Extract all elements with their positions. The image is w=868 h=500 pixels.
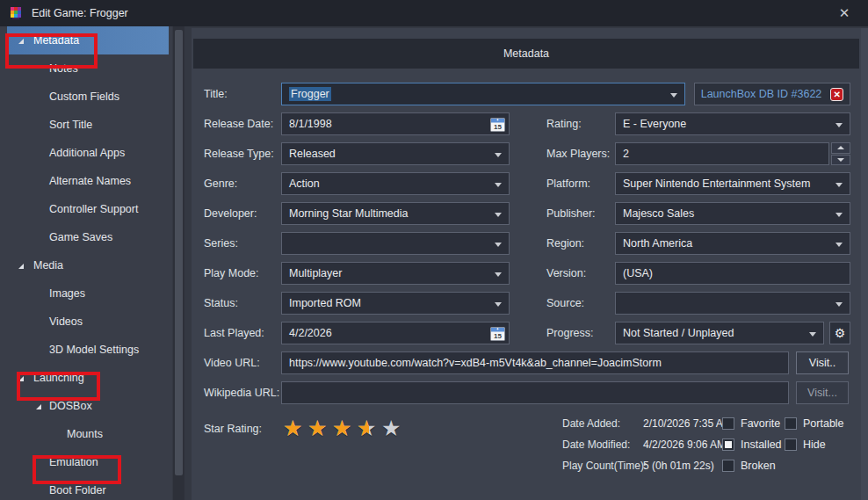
release-type-label: Release Type: bbox=[204, 148, 281, 160]
star-icon[interactable]: ★★ bbox=[381, 417, 405, 440]
publisher-select[interactable]: Majesco Sales bbox=[615, 202, 850, 225]
star-icon[interactable]: ★★ bbox=[357, 417, 380, 440]
remove-db-id-icon[interactable]: ✕ bbox=[830, 88, 843, 101]
sidebar-item-custom-fields[interactable]: Custom Fields bbox=[7, 83, 169, 111]
scrollbar-thumb[interactable] bbox=[175, 30, 183, 475]
developer-value: Morning Star Multimedia bbox=[289, 207, 408, 220]
sidebar-item-label: Controller Support bbox=[49, 203, 138, 215]
sidebar-item-additional-apps[interactable]: Additional Apps bbox=[7, 139, 169, 167]
region-select[interactable]: North America bbox=[615, 232, 850, 255]
form-row: Status: Imported ROM Source: bbox=[192, 288, 861, 318]
dropdown-arrow-icon[interactable] bbox=[495, 302, 502, 307]
sidebar-item-media[interactable]: Media bbox=[7, 251, 169, 279]
star-icon[interactable]: ★★ bbox=[283, 417, 307, 440]
sidebar-item-videos[interactable]: Videos bbox=[7, 308, 169, 336]
sidebar-item-launching[interactable]: Launching bbox=[7, 364, 169, 392]
progress-select[interactable]: Not Started / Unplayed bbox=[615, 322, 824, 344]
installed-checkbox[interactable]: Installed bbox=[722, 434, 782, 455]
progress-settings-button[interactable]: ⚙ bbox=[829, 322, 850, 344]
bottom-section: Star Rating: ★★ ★★ ★★ ★★ ★★ Date Added: … bbox=[192, 413, 861, 500]
title-value: Frogger bbox=[289, 87, 331, 101]
star-icon[interactable]: ★★ bbox=[332, 417, 356, 440]
dropdown-arrow-icon[interactable] bbox=[835, 243, 843, 247]
platform-select[interactable]: Super Nintendo Entertainment System bbox=[615, 172, 850, 195]
play-mode-select[interactable]: Multiplayer bbox=[281, 262, 510, 285]
sidebar-item-label: Additional Apps bbox=[49, 147, 125, 159]
favorite-checkbox[interactable]: Favorite bbox=[722, 413, 782, 434]
sidebar-item-label: Notes bbox=[49, 62, 78, 75]
dropdown-arrow-icon[interactable] bbox=[495, 213, 502, 217]
dropdown-arrow-icon[interactable] bbox=[495, 153, 502, 157]
form-row: Release Date: 8/1/1998 15 Rating: E - Ev… bbox=[192, 109, 861, 139]
sidebar-item-emulation[interactable]: Emulation bbox=[7, 448, 169, 476]
close-icon[interactable]: ✕ bbox=[835, 4, 854, 22]
stepper-down-button[interactable] bbox=[831, 155, 850, 166]
dropdown-arrow-icon[interactable] bbox=[809, 332, 816, 337]
calendar-icon[interactable]: 15 bbox=[490, 117, 505, 132]
dropdown-arrow-icon[interactable] bbox=[835, 213, 843, 217]
sidebar-item-notes[interactable]: Notes bbox=[7, 54, 169, 83]
info-row: Date Added: 2/10/2026 7:35 AM bbox=[562, 413, 732, 434]
star-icon[interactable]: ★★ bbox=[307, 417, 331, 440]
rating-select[interactable]: E - Everyone bbox=[615, 112, 850, 135]
genre-select[interactable]: Action bbox=[281, 172, 510, 195]
sidebar-item-3d-model-settings[interactable]: 3D Model Settings bbox=[7, 336, 169, 364]
expander-icon[interactable] bbox=[18, 376, 24, 381]
form-row: Wikipedia URL: Visit... bbox=[192, 378, 861, 408]
max-players-input[interactable]: 2 bbox=[615, 142, 829, 165]
release-type-select[interactable]: Released bbox=[281, 142, 510, 165]
source-select[interactable] bbox=[615, 292, 850, 315]
dropdown-arrow-icon[interactable] bbox=[835, 183, 843, 187]
dropdown-arrow-icon[interactable] bbox=[495, 243, 502, 247]
dropdown-arrow-icon[interactable] bbox=[495, 183, 502, 187]
calendar-icon[interactable]: 15 bbox=[490, 326, 505, 341]
sidebar-scrollbar[interactable] bbox=[173, 26, 184, 500]
genre-label: Genre: bbox=[204, 178, 281, 190]
launchbox-db-id-button[interactable]: LaunchBox DB ID #3622 ✕ bbox=[694, 83, 850, 105]
version-input[interactable]: (USA) bbox=[615, 262, 850, 285]
video-url-label: Video URL: bbox=[204, 357, 281, 369]
info-row: Date Modified: 4/2/2026 9:06 AM bbox=[562, 434, 732, 455]
expander-icon[interactable] bbox=[36, 404, 41, 409]
metadata-form: Title: Frogger LaunchBox DB ID #3622 ✕ R… bbox=[192, 79, 861, 408]
series-select[interactable] bbox=[281, 232, 510, 255]
status-select[interactable]: Imported ROM bbox=[281, 292, 510, 315]
hide-checkbox[interactable]: Hide bbox=[785, 434, 844, 455]
sidebar-item-game-saves[interactable]: Game Saves bbox=[7, 223, 169, 251]
last-played-input[interactable]: 4/2/2026 15 bbox=[281, 322, 510, 344]
video-url-value: https://www.youtube.com/watch?v=xdB4-m5V… bbox=[289, 357, 662, 369]
info-block: Date Added: 2/10/2026 7:35 AM Date Modif… bbox=[562, 413, 732, 476]
form-row: Video URL: https://www.youtube.com/watch… bbox=[192, 348, 861, 378]
dropdown-arrow-icon[interactable] bbox=[835, 302, 843, 307]
release-date-input[interactable]: 8/1/1998 15 bbox=[281, 112, 510, 135]
portable-checkbox[interactable]: Portable bbox=[785, 413, 844, 434]
sidebar-item-metadata[interactable]: Metadata bbox=[7, 26, 169, 54]
sidebar-item-images[interactable]: Images bbox=[7, 279, 169, 308]
sidebar-item-mounts[interactable]: Mounts bbox=[7, 420, 169, 448]
dropdown-arrow-icon[interactable] bbox=[495, 272, 502, 277]
dropdown-arrow-icon[interactable] bbox=[835, 123, 843, 127]
expander-icon[interactable] bbox=[18, 264, 24, 269]
sidebar-item-controller-support[interactable]: Controller Support bbox=[7, 195, 169, 223]
developer-select[interactable]: Morning Star Multimedia bbox=[281, 202, 510, 225]
wikipedia-url-visit-button[interactable]: Visit... bbox=[796, 381, 849, 404]
wikipedia-url-input[interactable] bbox=[281, 381, 789, 404]
stepper-up-button[interactable] bbox=[831, 142, 850, 154]
video-url-visit-button[interactable]: Visit.. bbox=[796, 351, 849, 374]
sidebar-item-label: Images bbox=[49, 287, 85, 300]
video-url-input[interactable]: https://www.youtube.com/watch?v=xdB4-m5V… bbox=[281, 351, 789, 374]
sidebar-item-alternate-names[interactable]: Alternate Names bbox=[7, 167, 169, 195]
star-rating-row: Star Rating: ★★ ★★ ★★ ★★ ★★ bbox=[204, 417, 405, 440]
star-rating-label: Star Rating: bbox=[204, 423, 281, 435]
sidebar-item-boot-folder[interactable]: Boot Folder bbox=[7, 476, 169, 500]
title-input[interactable]: Frogger bbox=[281, 83, 685, 105]
release-date-value: 8/1/1998 bbox=[289, 118, 332, 130]
sidebar-item-dosbox[interactable]: DOSBox bbox=[7, 392, 169, 420]
dropdown-arrow-icon[interactable] bbox=[670, 93, 677, 98]
sidebar-item-sort-title[interactable]: Sort Title bbox=[7, 111, 169, 139]
date-added-label: Date Added: bbox=[562, 417, 643, 430]
panel-scrollbar[interactable] bbox=[861, 28, 868, 500]
expander-icon[interactable] bbox=[18, 39, 24, 44]
star-rating-control[interactable]: ★★ ★★ ★★ ★★ ★★ bbox=[283, 417, 405, 440]
broken-checkbox[interactable]: Broken bbox=[722, 455, 782, 476]
